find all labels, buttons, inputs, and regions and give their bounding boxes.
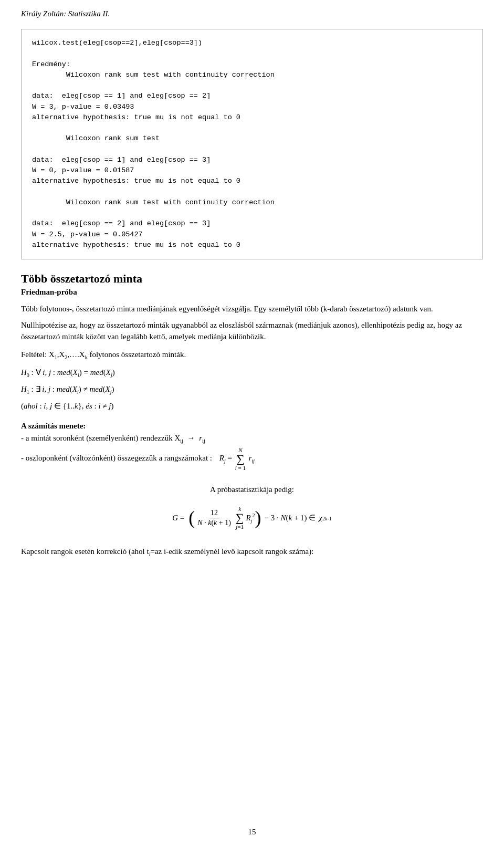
h1-close: ) [111,385,114,393]
ahol-text: (ahol : i, j ∈ {1..k}, és : i ≠ j) [21,402,114,410]
chi-distribution: χ2k-1 [319,514,331,522]
sigma-sum: N ∑ i = 1 [235,447,246,471]
kapcsolt-text: Kapcsolt rangok esetén korrekció (ahol t… [21,546,483,558]
minus-part: − 3 · N(k + 1) ∈ [264,513,316,522]
section-subtitle: Friedman-próba [21,288,483,297]
g-formula: G = ( 12 N · k(k + 1) k ∑ j=1 Rj2 ) − 3 … [21,506,483,530]
page-header: Király Zoltán: Statisztika II. [0,0,504,24]
rij-sub2: ij [252,458,255,464]
g-label: G = [172,514,184,522]
kapcsolt-label: Kapcsolt rangok esetén korrekció (ahol t [21,547,149,556]
bullet1-ij: ij [180,438,183,444]
sigma-symbol: ∑ [236,453,245,465]
h1-line: H1 : ∃ i, j : med(Xi) ≠ med(Xj) [21,382,483,397]
h1-H: H [21,385,27,393]
frac-denominator: N · k(k + 1) [196,518,232,527]
fraction-12-Nk: 12 N · k(k + 1) [196,509,232,527]
h0-line: H0 : ∀ i, j : med(Xi) = med(Xj) [21,365,483,380]
sigma-bot: i = 1 [235,465,246,471]
condition-ellipsis: ,….X [67,350,85,359]
code-block: wilcox.test(eleg[csop==2],eleg[csop==3])… [21,29,483,259]
prob-title: A próbastatisztikája pedig: [21,484,483,496]
condition-end: folytonos összetartozó minták. [88,350,186,359]
sum-j-bot: j=1 [236,524,244,530]
section-title: Több összetartozó minta [21,272,483,286]
ahol-line: (ahol : i, j ∈ {1..k}, és : i ≠ j) [21,399,483,413]
para1: Több folytonos-, összetartozó minta medi… [21,303,483,315]
bullet2-text: - oszloponként (változónként) összegezzü… [21,454,212,462]
kapcsolt-rest: =az i-edik személynél levő kapcsolt rang… [150,547,313,556]
sum-j-symbol: ∑ [236,512,244,524]
chi-sub: k-1 [325,516,332,521]
big-paren-right: ) [255,508,261,527]
h0-H: H [21,368,27,377]
bullet1-rij: ij [202,438,205,444]
rj-squared: Rj2 [246,513,255,524]
calc-bullet1: - a mintát soronként (személyenként) ren… [21,434,483,444]
h0-eq: ) = med(X [79,368,111,377]
bullet1-arrow: → [187,434,195,442]
h0-text: : ∀ i, j : med(X [29,368,78,377]
frac-numerator: 12 [209,509,219,518]
h1-text: : ∃ i, j : med(X [29,385,77,393]
condition-comma1: ,X [57,350,65,359]
para2: Nullhipotézise az, hogy az összetartozó … [21,319,483,343]
calc-bullet2: - oszloponként (változónként) összegezzü… [21,447,483,471]
rj-sub: j [224,458,226,464]
sum-j-block: k ∑ j=1 [236,506,244,530]
condition-label: Feltétel: X [21,350,55,359]
bullet1-text: - a mintát soronként (személyenként) ren… [21,434,180,442]
rj-sq-sub: j [251,518,253,524]
page-number: 15 [0,828,504,836]
rj-eq: = [228,454,234,462]
calc-title: A számítás menete: [21,422,483,431]
chi-sym: χ [319,514,322,522]
h0-close: ) [112,368,115,377]
bullet2-rj: Rj = N ∑ i = 1 rij [219,454,255,462]
hypothesis-block: H0 : ∀ i, j : med(Xi) = med(Xj) H1 : ∃ i… [21,365,483,413]
h1-neq: ) ≠ med(X [79,385,110,393]
condition-line: Feltétel: X1,X2,….Xk folytonos összetart… [21,350,483,360]
big-paren-left: ( [188,508,195,527]
